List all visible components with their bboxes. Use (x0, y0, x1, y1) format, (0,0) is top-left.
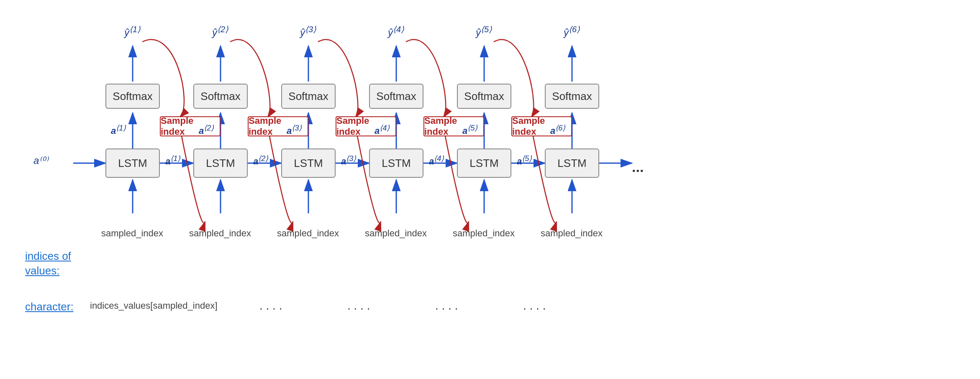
a2-up-label: a⟨2⟩ (199, 123, 214, 136)
lstm-box-1: LSTM (105, 149, 160, 178)
sampled-index-label-4: sampled_index (365, 228, 427, 239)
sampled-index-label-6: sampled_index (541, 228, 603, 239)
yhat3-label: ŷ⟨3⟩ (300, 24, 316, 38)
a6-up-label: a⟨6⟩ (550, 123, 565, 136)
dots-1: . . . . (259, 299, 282, 312)
a0-label: a⁽⁰⁾ (33, 155, 48, 166)
a1-right-label: a⟨1⟩ (165, 154, 180, 167)
lstm-box-5: LSTM (457, 149, 511, 178)
a4-up-label: a⟨4⟩ (375, 123, 390, 136)
indices-values-expr: indices_values[sampled_index] (90, 300, 218, 311)
lstm-box-6: LSTM (545, 149, 599, 178)
yhat1-label: ŷ⟨1⟩ (124, 24, 141, 38)
yhat4-label: ŷ⟨4⟩ (388, 24, 404, 38)
sampled-index-label-2: sampled_index (189, 228, 251, 239)
yhat2-label: ŷ⟨2⟩ (212, 24, 228, 38)
a3-right-label: a⟨3⟩ (341, 154, 356, 167)
softmax-box-1: Softmax (105, 84, 160, 109)
softmax-box-2: Softmax (193, 84, 248, 109)
yhat6-label: ŷ⟨6⟩ (564, 24, 580, 38)
arrows-svg (0, 0, 980, 379)
softmax-box-4: Softmax (369, 84, 423, 109)
trailing-dots: ... (632, 159, 644, 175)
dots-3: . . . . (435, 299, 458, 312)
sampled-index-label-1: sampled_index (101, 228, 163, 239)
diagram-container: a⁽⁰⁾ LSTM LSTM LSTM LSTM LSTM LSTM Softm… (0, 0, 980, 379)
dots-4: . . . . (523, 299, 546, 312)
sampled-index-label-3: sampled_index (277, 228, 339, 239)
softmax-box-6: Softmax (545, 84, 599, 109)
softmax-box-3: Softmax (281, 84, 336, 109)
character-label: character: (25, 300, 74, 313)
a2-right-label: a⟨2⟩ (253, 154, 268, 167)
a5-right-label: a⟨5⟩ (517, 154, 532, 167)
lstm-box-3: LSTM (281, 149, 336, 178)
indices-of-values-label: indices ofvalues: (25, 249, 71, 278)
lstm-box-2: LSTM (193, 149, 248, 178)
a3-up-label: a⟨3⟩ (287, 123, 302, 136)
a1-up-label: a⟨1⟩ (111, 123, 126, 136)
dots-2: . . . . (347, 299, 370, 312)
softmax-box-5: Softmax (457, 84, 511, 109)
yhat5-label: ŷ⟨5⟩ (476, 24, 492, 38)
a4-right-label: a⟨4⟩ (429, 154, 444, 167)
a5-up-label: a⟨5⟩ (462, 123, 477, 136)
sampled-index-label-5: sampled_index (453, 228, 515, 239)
lstm-box-4: LSTM (369, 149, 423, 178)
